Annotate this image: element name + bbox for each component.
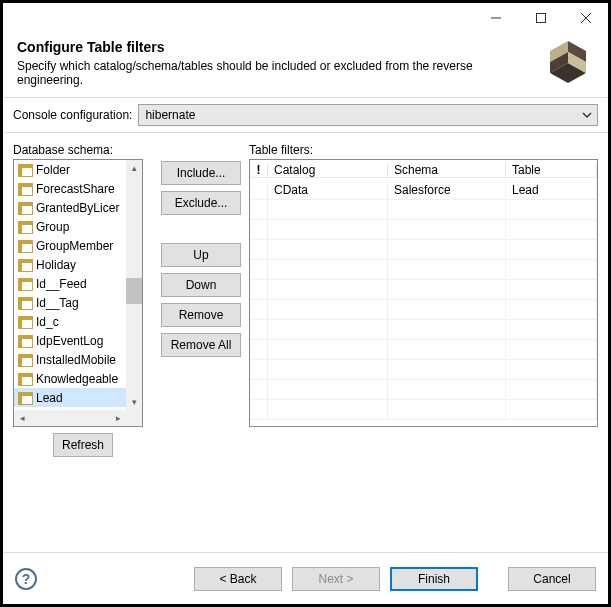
- console-config-value: hibernate: [145, 108, 195, 122]
- filters-header-schema[interactable]: Schema: [388, 163, 506, 178]
- schema-item[interactable]: Id__Tag: [14, 293, 130, 312]
- filters-empty-row: [250, 240, 597, 260]
- schema-item[interactable]: Holiday: [14, 255, 130, 274]
- schema-item[interactable]: GrantedByLicer: [14, 198, 130, 217]
- schema-item-label: Knowledgeable: [36, 372, 118, 386]
- scroll-left-button[interactable]: ◂: [14, 410, 30, 426]
- schema-item[interactable]: Id__Feed: [14, 274, 130, 293]
- schema-item-label: GrantedByLicer: [36, 201, 119, 215]
- table-icon: [18, 373, 32, 385]
- filters-empty-row: [250, 340, 597, 360]
- cancel-button[interactable]: Cancel: [508, 567, 596, 591]
- exclude-button[interactable]: Exclude...: [161, 191, 241, 215]
- scroll-thumb-vertical[interactable]: [126, 278, 142, 304]
- titlebar: [3, 3, 608, 33]
- include-button[interactable]: Include...: [161, 161, 241, 185]
- filters-panel: Table filters: ! Catalog Schema Table CD…: [249, 143, 598, 542]
- dialog-footer: ? < Back Next > Finish Cancel: [3, 552, 608, 604]
- refresh-button[interactable]: Refresh: [53, 433, 113, 457]
- filters-cell: Lead: [506, 180, 597, 200]
- scroll-up-button[interactable]: ▴: [126, 160, 142, 176]
- schema-item-label: ForecastShare: [36, 182, 115, 196]
- filters-empty-row: [250, 360, 597, 380]
- schema-label: Database schema:: [13, 143, 153, 157]
- dialog-body: Database schema: FolderForecastShareGran…: [3, 133, 608, 552]
- schema-item-label: InstalledMobile: [36, 353, 116, 367]
- schema-item[interactable]: Group: [14, 217, 130, 236]
- console-config-label: Console configuration:: [13, 108, 132, 122]
- table-icon: [18, 259, 32, 271]
- schema-item-label: Folder: [36, 163, 70, 177]
- schema-item[interactable]: Folder: [14, 160, 130, 179]
- table-icon: [18, 297, 32, 309]
- schema-scrollbar-vertical[interactable]: ▴ ▾: [126, 160, 142, 410]
- remove-all-button[interactable]: Remove All: [161, 333, 241, 357]
- hibernate-logo-icon: [546, 39, 590, 86]
- filters-table[interactable]: ! Catalog Schema Table CDataSalesforceLe…: [249, 159, 598, 427]
- table-icon: [18, 278, 32, 290]
- minimize-button[interactable]: [473, 3, 518, 33]
- filters-empty-row: [250, 260, 597, 280]
- table-icon: [18, 354, 32, 366]
- page-description: Specify which catalog/schema/tables shou…: [17, 59, 497, 87]
- filters-header-catalog[interactable]: Catalog: [268, 163, 388, 178]
- close-button[interactable]: [563, 3, 608, 33]
- schema-item[interactable]: IdpEventLog: [14, 331, 130, 350]
- schema-item-label: Id__Feed: [36, 277, 87, 291]
- schema-item[interactable]: ForecastShare: [14, 179, 130, 198]
- filters-empty-row: [250, 320, 597, 340]
- back-button[interactable]: < Back: [194, 567, 282, 591]
- svg-rect-1: [536, 14, 545, 23]
- up-button[interactable]: Up: [161, 243, 241, 267]
- chevron-down-icon: [581, 109, 593, 124]
- schema-item[interactable]: Knowledgeable: [14, 369, 130, 388]
- scroll-corner: [126, 410, 142, 426]
- schema-panel: Database schema: FolderForecastShareGran…: [13, 143, 153, 542]
- schema-item-label: IdpEventLog: [36, 334, 103, 348]
- schema-item-label: Id_c: [36, 315, 59, 329]
- filters-header-bang[interactable]: !: [250, 163, 268, 178]
- console-config-select[interactable]: hibernate: [138, 104, 598, 126]
- finish-button[interactable]: Finish: [390, 567, 478, 591]
- filters-header-table[interactable]: Table: [506, 163, 597, 178]
- table-icon: [18, 316, 32, 328]
- filters-empty-row: [250, 380, 597, 400]
- schema-item-label: Holiday: [36, 258, 76, 272]
- filters-empty-row: [250, 400, 597, 420]
- remove-button[interactable]: Remove: [161, 303, 241, 327]
- filters-row[interactable]: CDataSalesforceLead: [250, 180, 597, 200]
- filter-actions: Include... Exclude... Up Down Remove Rem…: [161, 143, 241, 542]
- schema-item-label: Group: [36, 220, 69, 234]
- schema-item-label: Lead: [36, 391, 63, 405]
- schema-scrollbar-horizontal[interactable]: ◂ ▸: [14, 410, 126, 426]
- filters-empty-row: [250, 300, 597, 320]
- table-icon: [18, 202, 32, 214]
- filters-empty-row: [250, 280, 597, 300]
- schema-tree[interactable]: FolderForecastShareGrantedByLicerGroupGr…: [13, 159, 143, 427]
- table-icon: [18, 183, 32, 195]
- scroll-down-button[interactable]: ▾: [126, 394, 142, 410]
- scroll-thumb-horizontal[interactable]: [30, 412, 110, 424]
- dialog-window: Configure Table filters Specify which ca…: [3, 3, 608, 604]
- filters-cell: [250, 180, 268, 200]
- table-icon: [18, 164, 32, 176]
- down-button[interactable]: Down: [161, 273, 241, 297]
- schema-item[interactable]: InstalledMobile: [14, 350, 130, 369]
- scroll-right-button[interactable]: ▸: [110, 410, 126, 426]
- help-icon[interactable]: ?: [15, 568, 37, 590]
- schema-item-label: GroupMember: [36, 239, 113, 253]
- schema-item[interactable]: Id_c: [14, 312, 130, 331]
- schema-item[interactable]: Lead: [14, 388, 130, 407]
- page-title: Configure Table filters: [17, 39, 594, 55]
- schema-item-label: Id__Tag: [36, 296, 79, 310]
- filters-cell: Salesforce: [388, 180, 506, 200]
- table-icon: [18, 335, 32, 347]
- next-button[interactable]: Next >: [292, 567, 380, 591]
- filters-cell: CData: [268, 180, 388, 200]
- maximize-button[interactable]: [518, 3, 563, 33]
- console-config-row: Console configuration: hibernate: [3, 97, 608, 133]
- filters-empty-row: [250, 220, 597, 240]
- filters-empty-row: [250, 200, 597, 220]
- table-icon: [18, 221, 32, 233]
- schema-item[interactable]: GroupMember: [14, 236, 130, 255]
